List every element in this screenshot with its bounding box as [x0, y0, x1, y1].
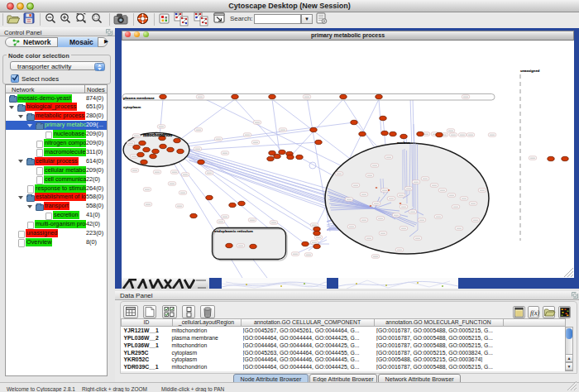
svg-text:plasma membrane: plasma membrane — [123, 96, 155, 100]
svg-text:endoplasmic reticulum: endoplasmic reticulum — [214, 229, 253, 233]
svg-text:mitochondrion: mitochondrion — [143, 132, 172, 137]
svg-text:nucleus: nucleus — [397, 141, 410, 145]
svg-text:f(x): f(x) — [530, 309, 539, 317]
svg-text:unassigned: unassigned — [520, 69, 540, 73]
svg-text:cytoplasm: cytoplasm — [123, 105, 141, 109]
